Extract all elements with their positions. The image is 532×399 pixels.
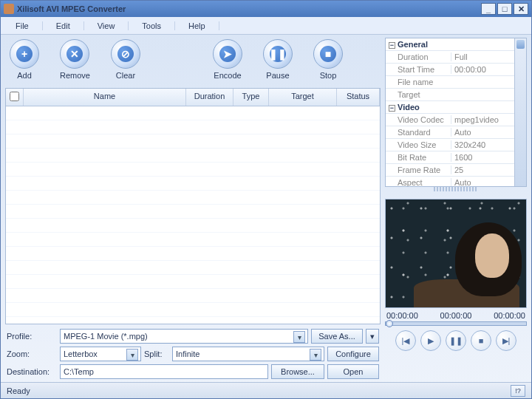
resize-grip[interactable] <box>434 187 478 191</box>
settings-form: Profile: MPEG-1 Movie (*.mpg) Save As...… <box>5 324 381 382</box>
stop-button[interactable]: ■Stop <box>313 39 343 80</box>
play-controls: |◀ ▶ ❚❚ ■ ▶| <box>385 330 527 351</box>
close-button[interactable]: ✕ <box>514 3 528 15</box>
saveas-button[interactable]: Save As... <box>311 329 363 344</box>
menu-tools[interactable]: Tools <box>129 21 175 30</box>
prop-row[interactable]: File name <box>386 76 514 89</box>
prop-row[interactable]: Start Time00:00:00 <box>386 64 514 76</box>
prop-section-general[interactable]: −General <box>386 38 514 51</box>
status-text: Ready <box>7 386 30 395</box>
split-label: Split: <box>144 349 169 358</box>
titlebar[interactable]: Xilisoft AVI MPEG Converter _ □ ✕ <box>1 1 531 17</box>
properties-panel[interactable]: −GeneralDurationFullStart Time00:00:00Fi… <box>385 38 527 187</box>
menubar: File Edit View Tools Help <box>1 17 531 35</box>
prop-row[interactable]: Target <box>386 89 514 101</box>
col-duration[interactable]: Duration <box>186 89 233 106</box>
left-pane: +Add ✕Remove ⊘Clear ➤Encode ❚❚Pause ■Sto… <box>5 38 381 382</box>
toolbar: +Add ✕Remove ⊘Clear ➤Encode ❚❚Pause ■Sto… <box>5 38 381 86</box>
maximize-button[interactable]: □ <box>497 3 512 15</box>
next-button[interactable]: ▶| <box>496 330 516 351</box>
encode-button[interactable]: ➤Encode <box>213 39 242 80</box>
select-all-checkbox[interactable] <box>10 92 19 101</box>
prop-row[interactable]: Frame Rate25 <box>386 164 514 177</box>
prop-row[interactable]: Video Size320x240 <box>386 139 514 151</box>
zoom-label: Zoom: <box>7 349 57 358</box>
prop-row[interactable]: DurationFull <box>386 51 514 64</box>
dest-label: Destination: <box>7 367 57 376</box>
plus-icon: + <box>16 46 33 62</box>
prop-row[interactable]: Bit Rate1600 <box>386 151 514 164</box>
right-pane: −GeneralDurationFullStart Time00:00:00Fi… <box>385 38 527 382</box>
pause-media-button[interactable]: ❚❚ <box>446 330 466 351</box>
col-name[interactable]: Name <box>24 89 186 106</box>
stop-media-button[interactable]: ■ <box>471 330 491 351</box>
prop-section-video[interactable]: −Video <box>386 101 514 114</box>
stop-icon: ■ <box>320 46 336 62</box>
menu-help[interactable]: Help <box>175 21 219 30</box>
clear-button[interactable]: ⊘Clear <box>111 39 140 80</box>
menu-file[interactable]: File <box>10 21 43 30</box>
prop-row[interactable]: StandardAuto <box>386 126 514 139</box>
encode-icon: ➤ <box>219 46 236 62</box>
profile-label: Profile: <box>7 332 57 341</box>
menu-edit[interactable]: Edit <box>43 21 84 30</box>
add-button[interactable]: +Add <box>10 39 39 80</box>
col-type[interactable]: Type <box>233 89 269 106</box>
more-button[interactable]: ▾ <box>366 329 379 344</box>
preview-pane[interactable] <box>385 199 527 308</box>
prev-button[interactable]: |◀ <box>395 330 416 351</box>
remove-button[interactable]: ✕Remove <box>60 39 90 80</box>
browse-button[interactable]: Browse... <box>271 364 324 379</box>
clear-icon: ⊘ <box>117 46 134 62</box>
file-grid[interactable]: Name Duration Type Target Status <box>5 88 381 324</box>
timeline-labels: 00:00:00 00:00:00 00:00:00 <box>385 311 527 320</box>
help-button[interactable]: !? <box>511 385 525 397</box>
pause-icon: ❚❚ <box>270 46 286 62</box>
seek-knob[interactable] <box>386 320 393 327</box>
props-scrollbar[interactable] <box>514 38 526 186</box>
menu-view[interactable]: View <box>84 21 129 30</box>
app-window: Xilisoft AVI MPEG Converter _ □ ✕ File E… <box>0 0 532 399</box>
minimize-button[interactable]: _ <box>481 3 496 15</box>
col-checkbox[interactable] <box>6 89 24 106</box>
prop-row[interactable]: AspectAuto <box>386 177 514 186</box>
dest-input[interactable]: C:\Temp <box>60 364 268 379</box>
pause-button[interactable]: ❚❚Pause <box>263 39 293 80</box>
prop-row[interactable]: Video Codecmpeg1video <box>386 114 514 126</box>
split-select[interactable]: Infinite <box>172 347 324 361</box>
grid-header: Name Duration Type Target Status <box>6 89 380 106</box>
status-bar: Ready !? <box>1 382 531 398</box>
grid-body[interactable] <box>6 106 380 324</box>
x-icon: ✕ <box>66 46 83 62</box>
window-title: Xilisoft AVI MPEG Converter <box>17 4 480 13</box>
profile-select[interactable]: MPEG-1 Movie (*.mpg) <box>60 329 308 344</box>
col-status[interactable]: Status <box>337 89 380 106</box>
configure-button[interactable]: Configure <box>327 347 379 361</box>
app-icon <box>4 4 14 14</box>
play-button[interactable]: ▶ <box>420 330 441 351</box>
seek-bar[interactable] <box>385 321 527 326</box>
col-target[interactable]: Target <box>269 89 337 106</box>
open-button[interactable]: Open <box>327 364 379 379</box>
content: +Add ✕Remove ⊘Clear ➤Encode ❚❚Pause ■Sto… <box>1 35 531 382</box>
scroll-thumb[interactable] <box>516 40 525 49</box>
zoom-select[interactable]: Letterbox <box>60 347 141 361</box>
